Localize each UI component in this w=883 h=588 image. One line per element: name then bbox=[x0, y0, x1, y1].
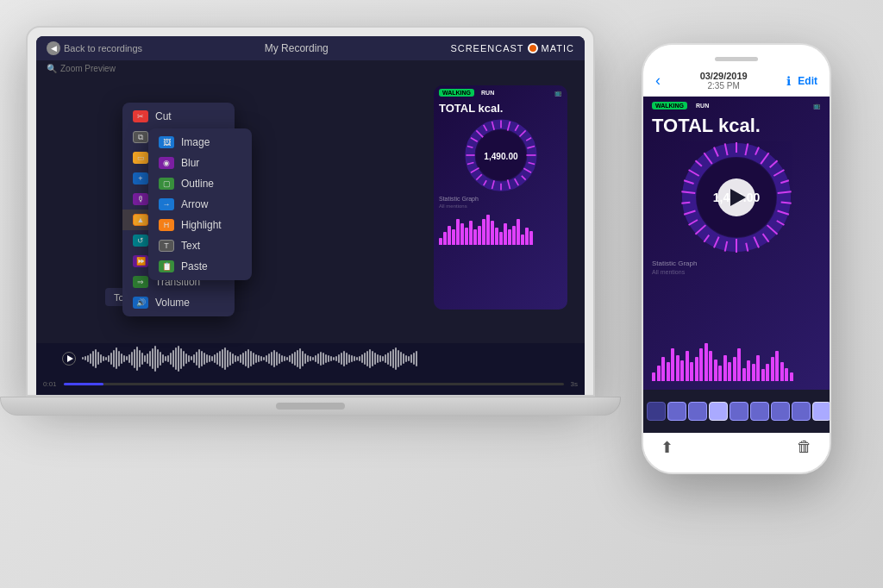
timeline-dot[interactable] bbox=[750, 402, 769, 421]
laptop-body: ◀ Back to recordings My Recording SCREEN… bbox=[26, 26, 595, 397]
phone-header-right: ℹ Edit bbox=[786, 74, 817, 88]
timeline-dot[interactable] bbox=[647, 402, 666, 421]
screen-main: ✂ Cut ⧉ Copy ▭ Hide + In bbox=[36, 77, 585, 358]
timeline-bar[interactable] bbox=[64, 383, 564, 385]
paste-label: Paste bbox=[181, 260, 208, 272]
speed-icon: ⏩ bbox=[133, 255, 148, 267]
submenu-item-image[interactable]: 🖼 Image bbox=[148, 132, 252, 153]
volume-icon: 🔊 bbox=[133, 297, 148, 309]
replace-icon: ↺ bbox=[133, 235, 148, 247]
timeline-dot[interactable] bbox=[771, 402, 790, 421]
submenu: 🖼 Image ◉ Blur ▢ Outline → bbox=[148, 128, 252, 280]
timeline-dot[interactable] bbox=[709, 402, 728, 421]
phone-screen: ‹ 03/29/2019 2:35 PM ℹ Edit WALKING RUN … bbox=[643, 45, 830, 472]
info-icon[interactable]: ℹ bbox=[786, 74, 791, 88]
back-label: Back to recordings bbox=[64, 43, 142, 53]
phone-stat-graph-label: Statistic Graph bbox=[643, 258, 830, 269]
donut-chart: 1,490.00 bbox=[462, 116, 540, 194]
scene: ◀ Back to recordings My Recording SCREEN… bbox=[0, 0, 883, 588]
arrow-label: Arrow bbox=[181, 198, 208, 210]
overlay-icon: ▲ bbox=[133, 214, 148, 226]
submenu-item-arrow[interactable]: → Arrow bbox=[148, 194, 252, 215]
outline-label: Outline bbox=[181, 178, 214, 190]
submenu-item-highlight[interactable]: H Highlight bbox=[148, 215, 252, 235]
phone-play-button[interactable] bbox=[717, 178, 755, 216]
timeline-dot[interactable] bbox=[667, 402, 686, 421]
recording-title: My Recording bbox=[265, 42, 329, 54]
blur-icon: ◉ bbox=[159, 157, 174, 169]
volume-label: Volume bbox=[155, 297, 190, 309]
play-button[interactable] bbox=[62, 352, 76, 366]
blur-label: Blur bbox=[181, 157, 199, 169]
phone-play-icon bbox=[730, 189, 746, 206]
timeline-dot[interactable] bbox=[730, 402, 748, 421]
stat-graph-label: Statistic Graph bbox=[434, 194, 567, 203]
timeline-progress bbox=[64, 383, 103, 385]
screen-header: ◀ Back to recordings My Recording SCREEN… bbox=[36, 36, 585, 60]
outline-icon: ▢ bbox=[159, 178, 174, 190]
phone-total-label: TOTAL kcal. bbox=[643, 115, 830, 137]
arrow-icon: → bbox=[159, 198, 174, 210]
insert-icon: + bbox=[133, 172, 148, 185]
svg-text:1,490.00: 1,490.00 bbox=[484, 152, 518, 161]
phone-all-mentions: All mentions bbox=[643, 269, 830, 278]
waveform: (function() { const heights = [3,5,8,12,… bbox=[36, 343, 585, 373]
logo-suffix: MATIC bbox=[542, 43, 574, 53]
phone-walking-tag: WALKING bbox=[652, 102, 687, 109]
video-total-label: TOTAL kcal. bbox=[434, 100, 567, 116]
zoom-icon: 🔍 bbox=[47, 64, 57, 73]
menu-item-volume[interactable]: 🔊 Volume bbox=[122, 292, 235, 313]
text-label: Text bbox=[181, 240, 200, 252]
phone-video-area: WALKING RUN 📺 TOTAL kcal. bbox=[643, 97, 830, 390]
phone-date-area: 03/29/2019 2:35 PM bbox=[700, 71, 748, 91]
laptop-screen: ◀ Back to recordings My Recording SCREEN… bbox=[36, 36, 585, 395]
phone-header: ‹ 03/29/2019 2:35 PM ℹ Edit bbox=[643, 45, 830, 97]
image-label: Image bbox=[181, 136, 210, 148]
laptop: ◀ Back to recordings My Recording SCREEN… bbox=[26, 26, 612, 509]
hide-icon: ▭ bbox=[133, 152, 148, 164]
phone-timeline[interactable] bbox=[643, 390, 830, 433]
video-stats-bar: WALKING RUN 📺 bbox=[434, 85, 567, 100]
share-icon[interactable]: ⬆ bbox=[661, 438, 673, 457]
svg-line-50 bbox=[681, 203, 690, 203]
run-tag: RUN bbox=[478, 89, 498, 97]
svg-line-36 bbox=[781, 202, 792, 203]
highlight-label: Highlight bbox=[181, 219, 222, 231]
phone-actions: ⬆ 🗑 bbox=[643, 433, 830, 462]
submenu-item-outline[interactable]: ▢ Outline bbox=[148, 173, 252, 194]
phone-donut-chart: 1,490.00 bbox=[676, 137, 797, 258]
submenu-item-paste[interactable]: 📋 Paste bbox=[148, 256, 252, 277]
copy-icon: ⧉ bbox=[133, 131, 148, 143]
back-button[interactable]: ◀ Back to recordings bbox=[47, 41, 142, 55]
zoom-preview-btn[interactable]: 🔍 Zoom Preview bbox=[47, 64, 116, 73]
back-icon: ◀ bbox=[47, 41, 60, 55]
total-time: 3s bbox=[571, 380, 578, 388]
highlight-icon: H bbox=[159, 219, 174, 231]
logo-dot bbox=[528, 43, 538, 53]
logo-text: SCREENCAST bbox=[450, 43, 523, 53]
screencast-logo: SCREENCAST MATIC bbox=[450, 43, 574, 53]
current-time: 0:01 bbox=[43, 380, 57, 388]
edit-button[interactable]: Edit bbox=[798, 75, 817, 87]
all-mentions-label: All mentions bbox=[434, 203, 567, 210]
video-preview-card: WALKING RUN 📺 TOTAL kcal. bbox=[434, 85, 567, 310]
phone-stats-bar: WALKING RUN 📺 bbox=[643, 97, 830, 115]
phone-time: 2:35 PM bbox=[700, 81, 748, 91]
bar-chart bbox=[434, 210, 567, 245]
video-indicator: 📺 bbox=[554, 90, 562, 97]
submenu-item-blur[interactable]: ◉ Blur bbox=[148, 153, 252, 173]
screen-subheader: 🔍 Zoom Preview bbox=[36, 60, 585, 77]
cut-label: Cut bbox=[155, 110, 172, 122]
submenu-item-text[interactable]: T Text bbox=[148, 235, 252, 256]
timeline-dot[interactable] bbox=[688, 402, 707, 421]
paste-icon: 📋 bbox=[159, 260, 174, 272]
timeline-dot[interactable] bbox=[812, 402, 830, 421]
phone-back-button[interactable]: ‹ bbox=[655, 72, 661, 90]
delete-icon[interactable]: 🗑 bbox=[797, 438, 812, 457]
timeline-controls: 0:01 3s bbox=[36, 373, 585, 395]
walking-tag: WALKING bbox=[439, 89, 474, 97]
laptop-base bbox=[0, 397, 621, 416]
transition-icon: ⇒ bbox=[133, 276, 148, 288]
menu-item-cut[interactable]: ✂ Cut bbox=[122, 106, 235, 127]
timeline-dot[interactable] bbox=[792, 402, 811, 421]
